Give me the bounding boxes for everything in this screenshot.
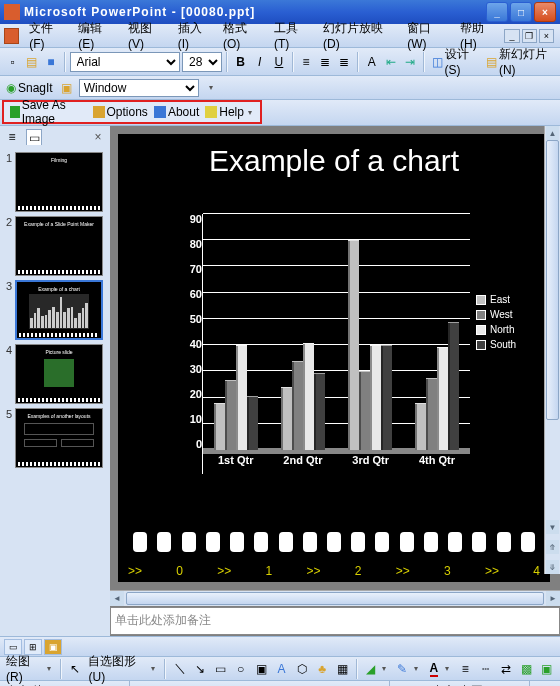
doc-restore-button[interactable]: ❐ <box>522 29 537 43</box>
italic-button[interactable]: I <box>251 52 268 72</box>
scroll-down-icon[interactable]: ▼ <box>546 520 559 534</box>
picture-button[interactable]: ▦ <box>333 659 351 679</box>
draw-menu[interactable]: 绘图(R) <box>4 653 45 684</box>
snagit-label: SnagIt <box>18 81 53 95</box>
increase-font-button[interactable]: A <box>363 52 380 72</box>
wordart-button[interactable]: A <box>272 659 290 679</box>
3d-button[interactable]: ▣ <box>538 659 556 679</box>
slide-canvas[interactable]: Example of a chart 9080706050403020100 1… <box>110 126 560 590</box>
thumb-1[interactable]: Filming <box>15 152 103 212</box>
x-tick: 2nd Qtr <box>283 454 322 474</box>
doc-close-button[interactable]: × <box>539 29 554 43</box>
new-slide-button[interactable]: ▤新幻灯片(N) <box>483 52 556 72</box>
next-slide-icon[interactable]: ⤋ <box>546 560 559 574</box>
increase-indent-button[interactable]: ⇥ <box>401 52 418 72</box>
legend-label: East <box>490 294 510 305</box>
font-name-select[interactable]: Arial <box>70 52 181 72</box>
clipart-button[interactable]: ♣ <box>313 659 331 679</box>
timeline-marker: >> <box>485 564 499 578</box>
help-button[interactable]: Help <box>203 105 246 119</box>
menu-edit[interactable]: 编辑(E) <box>72 18 122 53</box>
scroll-thumb[interactable] <box>126 592 544 605</box>
open-button[interactable]: ▤ <box>23 52 40 72</box>
menu-insert[interactable]: 插入(I) <box>172 18 217 53</box>
line-style-button[interactable]: ≡ <box>456 659 474 679</box>
fill-icon: ◢ <box>366 662 375 676</box>
prev-slide-icon[interactable]: ⤊ <box>546 540 559 554</box>
vertical-scrollbar[interactable]: ▲ ▼ ⤊ ⤋ <box>544 126 560 574</box>
notes-pane[interactable]: 单击此处添加备注 <box>110 607 560 635</box>
arrow-style-button[interactable]: ⇄ <box>497 659 515 679</box>
rectangle-button[interactable]: ▭ <box>211 659 229 679</box>
menu-slideshow[interactable]: 幻灯片放映(D) <box>317 18 401 53</box>
legend-swatch <box>476 295 486 305</box>
snagit-window-button[interactable]: ▣ <box>57 78 77 98</box>
autoshapes-menu[interactable]: 自选图形(U) <box>86 653 149 684</box>
increase-font-icon: A <box>368 55 376 69</box>
font-size-select[interactable]: 28 <box>182 52 222 72</box>
dash-style-button[interactable]: ┄ <box>477 659 495 679</box>
scroll-right-icon[interactable]: ► <box>546 591 560 606</box>
thumbnail-list[interactable]: 1Filming 2Example of a Slide Point Maker… <box>0 148 110 636</box>
font-color-button[interactable]: A <box>425 659 443 679</box>
textbox-button[interactable]: ▣ <box>252 659 270 679</box>
about-button[interactable]: About <box>152 105 201 119</box>
line-color-button[interactable]: ✎ <box>393 659 411 679</box>
arrow-button[interactable]: ↘ <box>191 659 209 679</box>
pointer-icon: ↖ <box>70 662 80 676</box>
y-tick: 80 <box>190 239 202 250</box>
line-button[interactable]: ＼ <box>170 659 188 679</box>
scroll-left-icon[interactable]: ◄ <box>110 591 124 606</box>
bullets-button[interactable]: ≣ <box>336 52 353 72</box>
separator <box>423 52 425 72</box>
menu-file[interactable]: 文件(F) <box>23 18 72 53</box>
shadow-button[interactable]: ▩ <box>517 659 535 679</box>
toolbar-dropdown-icon[interactable]: ▾ <box>209 83 219 92</box>
save-button[interactable]: ■ <box>42 52 59 72</box>
bold-button[interactable]: B <box>232 52 249 72</box>
fill-color-button[interactable]: ◢ <box>362 659 380 679</box>
status-slide: 幻灯片 3 / 5 <box>0 681 130 686</box>
timeline-marker: 4 <box>533 564 540 578</box>
legend-swatch <box>476 340 486 350</box>
select-button[interactable]: ↖ <box>66 659 84 679</box>
scroll-up-icon[interactable]: ▲ <box>546 126 559 140</box>
bar <box>247 396 258 450</box>
thumb-4[interactable]: Picture slide <box>15 344 103 404</box>
align-left-button[interactable]: ≡ <box>298 52 315 72</box>
menu-tools[interactable]: 工具(T) <box>268 18 317 53</box>
slideshow-view-button[interactable]: ▣ <box>44 639 62 655</box>
plot-area: 1st Qtr2nd Qtr3rd Qtr4th Qtr EastWestNor… <box>202 214 530 474</box>
decrease-indent-button[interactable]: ⇤ <box>382 52 399 72</box>
thumb-5[interactable]: Examples of another layouts <box>15 408 103 468</box>
new-button[interactable]: ▫ <box>4 52 21 72</box>
y-tick: 20 <box>190 389 202 400</box>
thumb-2[interactable]: Example of a Slide Point Maker <box>15 216 103 276</box>
horizontal-scrollbar[interactable]: ◄ ► <box>110 590 560 606</box>
oval-button[interactable]: ○ <box>232 659 250 679</box>
maximize-button[interactable]: □ <box>510 2 532 22</box>
doc-minimize-button[interactable]: _ <box>504 29 519 43</box>
scroll-thumb[interactable] <box>546 140 559 420</box>
addin-dropdown-icon[interactable]: ▾ <box>248 108 256 117</box>
line-style-icon: ≡ <box>462 662 469 676</box>
save-as-image-button[interactable]: Save As Image <box>8 98 89 126</box>
slides-tab[interactable]: ▭ <box>26 129 42 145</box>
menu-view[interactable]: 视图(V) <box>122 18 172 53</box>
doc-icon[interactable] <box>4 28 19 44</box>
options-button[interactable]: Options <box>91 105 150 119</box>
save-icon: ■ <box>47 55 54 69</box>
design-button[interactable]: ◫设计(S) <box>429 52 481 72</box>
thumb-3[interactable]: Example of a chart <box>15 280 103 340</box>
close-button[interactable]: × <box>534 2 556 22</box>
underline-button[interactable]: U <box>270 52 287 72</box>
close-pane-button[interactable]: × <box>90 129 106 145</box>
menu-format[interactable]: 格式(O) <box>217 18 268 53</box>
snagit-button[interactable]: ◉SnagIt <box>4 80 55 96</box>
outline-tab[interactable]: ≡ <box>4 129 20 145</box>
diagram-button[interactable]: ⬡ <box>293 659 311 679</box>
addin-toolbar-wrap: Save As Image Options About Help ▾ <box>0 100 560 126</box>
snagit-target-select[interactable]: Window <box>79 79 199 97</box>
save-image-icon <box>10 106 20 118</box>
numbering-button[interactable]: ≣ <box>317 52 334 72</box>
